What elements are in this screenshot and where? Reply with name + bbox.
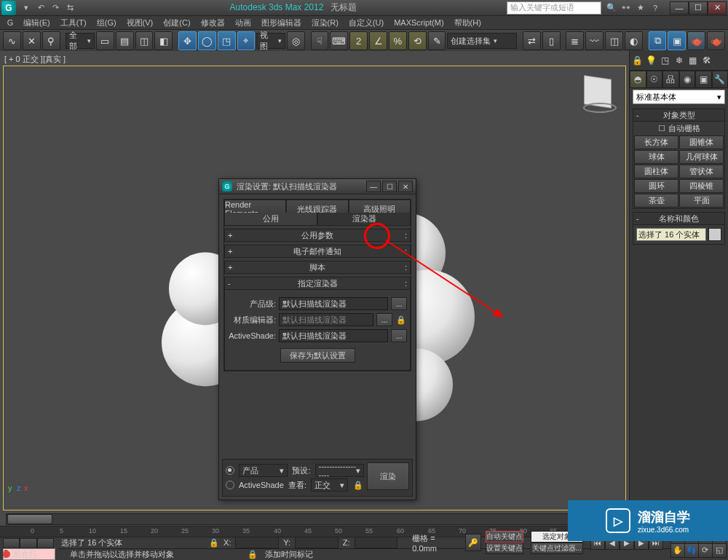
rollout-email[interactable]: +电子邮件通知: [224,245,411,258]
category-dropdown[interactable]: 标准基本体▾ [633,90,725,104]
help-search-input[interactable]: 输入关键字或短语 [507,1,601,15]
prim-plane[interactable]: 平面 [679,194,724,208]
link-icon[interactable]: ⇆ [64,2,76,14]
menu-edit[interactable]: 编辑(E) [19,17,55,28]
lock-icon[interactable]: 🔒 [395,314,407,326]
view-lock-icon[interactable]: 🔒 [352,479,364,491]
placement-tool-icon[interactable]: ⌖ [237,31,256,50]
choose-medit-renderer-button[interactable]: ... [376,313,392,326]
viewcube[interactable] [580,74,615,109]
view-dropdown[interactable]: 正交▾ [311,478,348,492]
keymode-3[interactable] [37,538,54,548]
autogrid-checkbox[interactable]: ☐ [658,124,665,133]
unlink-tool-icon[interactable]: ✕ [23,31,41,50]
object-color-swatch[interactable] [708,228,721,241]
tab-hierarchy[interactable]: 品 [662,71,679,88]
time-slider-handle[interactable] [7,514,52,524]
tab-utilities[interactable]: 🔧 [712,71,729,88]
select-name-icon[interactable]: ▤ [116,31,134,50]
freeze-icon[interactable]: ❄ [673,55,685,67]
menu-modifiers[interactable]: 修改器 [197,17,229,28]
ref-coord-dropdown[interactable]: 视图▾ [256,33,285,49]
close-button[interactable]: ✕ [708,1,727,15]
prim-box[interactable]: 长方体 [634,135,678,149]
scale-tool-icon[interactable]: ◳ [218,31,236,50]
curve-editor-icon[interactable]: 〰 [585,31,604,50]
menu-rendering[interactable]: 渲染(R) [307,17,343,28]
render-button[interactable]: 渲染 [367,462,409,490]
help-icon[interactable]: ? [649,2,661,14]
preset-dropdown[interactable]: ------------------▾ [315,464,364,477]
rollout-assign-renderer[interactable]: -指定渲染器: [224,277,411,290]
menu-group[interactable]: 组(G) [92,17,121,28]
prim-cylinder[interactable]: 圆柱体 [634,165,678,178]
binoculars-icon[interactable]: 👓 [620,2,632,14]
tab-modify[interactable]: ☉ [646,71,663,88]
mirror-icon[interactable]: ⇄ [523,31,541,50]
rollout-scripts[interactable]: +脚本: [224,261,411,274]
coord-z-input[interactable] [355,537,398,548]
dialog-maximize-button[interactable]: ☐ [382,181,397,192]
object-name-input[interactable]: 选择了 16 个实体 [636,228,706,241]
menu-view[interactable]: 视图(V) [122,17,158,28]
coord-y-input[interactable] [295,537,339,548]
playback-lock-icon[interactable]: 🔒 [248,549,258,559]
auto-key-button[interactable]: 自动关键点 [486,531,523,543]
render-setup-icon[interactable]: ⧉ [649,31,667,50]
utility-icon[interactable]: 🛠 [700,55,713,67]
prim-pyramid[interactable]: 四棱锥 [679,179,724,193]
selection-lock-button[interactable]: 🔒 [209,537,219,548]
caret-icon[interactable]: ▾ [20,2,32,14]
move-tool-icon[interactable]: ✥ [178,31,197,50]
menu-maxscript[interactable]: MAXScript(M) [389,18,448,27]
star-icon[interactable]: ★ [635,2,646,14]
viewport-area[interactable]: [ + 0 正交 ][真实 ] z x y 0 / 100 [0,51,629,527]
keyboard-icon[interactable]: ⌨ [330,31,348,50]
prim-torus[interactable]: 圆环 [634,179,678,193]
time-slider[interactable]: 0 / 100 [3,512,626,527]
render-icon[interactable]: 🫖 [687,31,705,50]
render-quick-icon[interactable]: 🫖 [707,31,725,50]
spinner-snap-icon[interactable]: ⟲ [408,31,427,50]
undo-icon[interactable]: ↶ [35,2,47,14]
display-icon[interactable]: ▦ [687,55,699,67]
menu-app-icon[interactable]: G [3,18,17,27]
render-frame-icon[interactable]: ▣ [668,31,686,50]
tab-display[interactable]: ▣ [695,71,712,88]
menu-animation[interactable]: 动画 [231,17,256,28]
menu-customize[interactable]: 自定义(U) [344,17,388,28]
edit-named-sel-icon[interactable]: ✎ [428,31,446,50]
snap-angle-icon[interactable]: ∠ [369,31,387,50]
menu-create[interactable]: 创建(C) [159,17,194,28]
redo-icon[interactable]: ↷ [50,2,61,14]
choose-production-renderer-button[interactable]: ... [391,297,407,310]
prim-cone[interactable]: 圆锥体 [679,135,724,149]
tab-renderer[interactable]: 渲染器 [317,213,411,226]
menu-tools[interactable]: 工具(T) [56,17,91,28]
use-center-icon[interactable]: ◎ [287,31,305,50]
snap-percent-icon[interactable]: % [389,31,407,50]
menu-grapheditors[interactable]: 图形编辑器 [257,17,306,28]
material-editor-icon[interactable]: ◐ [625,31,643,50]
select-icon[interactable]: ▭ [96,31,114,50]
radio-product[interactable] [226,466,234,475]
dialog-titlebar[interactable]: G 渲染设置: 默认扫描线渲染器 — ☐ ✕ [219,179,416,194]
selection-lock-icon[interactable]: 🔒 [631,55,644,67]
keymode-1[interactable] [3,538,20,548]
layers-icon[interactable]: ≣ [566,31,584,50]
prim-teapot[interactable]: 茶壶 [634,194,678,208]
minimize-button[interactable]: — [670,1,689,15]
choose-activeshade-renderer-button[interactable]: ... [391,329,407,342]
named-sel-dropdown[interactable]: 创建选择集▾ [447,33,517,49]
align-icon[interactable]: ▯ [542,31,561,50]
isolated-icon[interactable]: ◳ [659,55,671,67]
radio-activeshade[interactable] [226,481,234,489]
render-setup-dialog[interactable]: G 渲染设置: 默认扫描线渲染器 — ☐ ✕ Render Elements 光… [218,178,416,500]
selection-filter-dropdown[interactable]: 全部▾ [66,33,95,49]
select-region-icon[interactable]: ◫ [135,31,154,50]
maximize-button[interactable]: ☐ [689,1,708,15]
bulb-icon[interactable]: 💡 [645,55,657,67]
coord-x-input[interactable] [235,537,279,548]
tab-motion[interactable]: ◉ [679,71,696,88]
window-crossing-icon[interactable]: ◧ [154,31,173,50]
